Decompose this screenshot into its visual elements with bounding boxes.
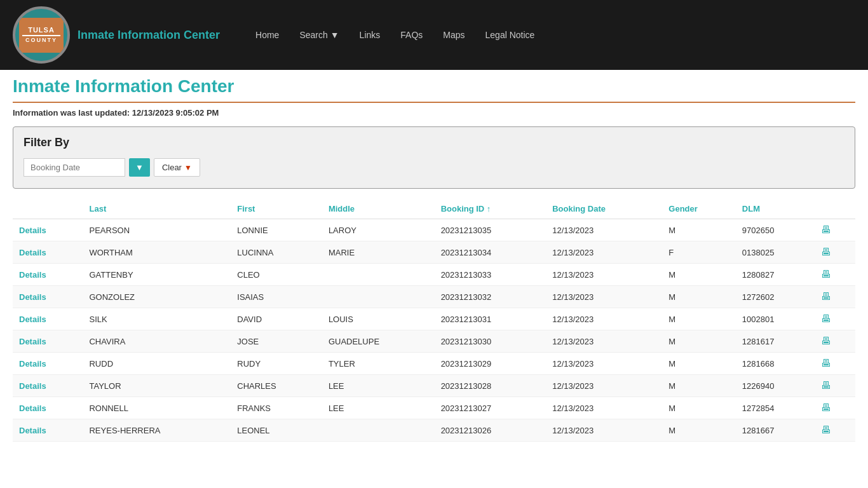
row-first: FRANKS xyxy=(231,397,322,419)
row-dlm: 1002801 xyxy=(736,308,815,330)
row-print[interactable]: 🖶 xyxy=(815,286,855,308)
row-action[interactable]: Details xyxy=(13,286,83,308)
col-header-middle[interactable]: Middle xyxy=(322,199,435,219)
row-print[interactable]: 🖶 xyxy=(815,264,855,286)
details-link[interactable]: Details xyxy=(19,292,46,302)
row-first: JOSE xyxy=(231,330,322,353)
details-link[interactable]: Details xyxy=(19,403,46,413)
details-link[interactable]: Details xyxy=(19,226,46,235)
row-action[interactable]: Details xyxy=(13,308,83,330)
col-header-action xyxy=(13,199,83,219)
row-middle: LAROY xyxy=(322,219,435,241)
row-dlm: 1272602 xyxy=(736,286,815,308)
col-header-print xyxy=(815,199,855,219)
print-icon[interactable]: 🖶 xyxy=(821,402,831,413)
col-header-gender[interactable]: Gender xyxy=(662,199,736,219)
row-action[interactable]: Details xyxy=(13,219,83,241)
details-link[interactable]: Details xyxy=(19,426,46,435)
row-gender: M xyxy=(662,330,736,353)
row-booking-id: 20231213028 xyxy=(435,375,546,397)
table-row: Details SILK DAVID LOUIS 20231213031 12/… xyxy=(13,308,855,330)
filter-controls: ▼ Clear ▼ xyxy=(24,158,844,177)
row-booking-id: 20231213031 xyxy=(435,308,546,330)
row-first: LEONEL xyxy=(231,419,322,442)
col-header-dlm[interactable]: DLM xyxy=(736,199,815,219)
row-booking-id: 20231213030 xyxy=(435,330,546,353)
details-link[interactable]: Details xyxy=(19,315,46,324)
row-print[interactable]: 🖶 xyxy=(815,419,855,442)
row-booking-date: 12/13/2023 xyxy=(546,330,662,353)
row-middle xyxy=(322,419,435,442)
nav-links[interactable]: Links xyxy=(349,25,391,45)
row-print[interactable]: 🖶 xyxy=(815,330,855,353)
row-last: SILK xyxy=(83,308,231,330)
row-gender: M xyxy=(662,264,736,286)
table-row: Details TAYLOR CHARLES LEE 20231213028 1… xyxy=(13,375,855,397)
row-print[interactable]: 🖶 xyxy=(815,308,855,330)
row-action[interactable]: Details xyxy=(13,241,83,264)
row-print[interactable]: 🖶 xyxy=(815,241,855,264)
row-print[interactable]: 🖶 xyxy=(815,375,855,397)
row-gender: M xyxy=(662,419,736,442)
filter-button[interactable]: ▼ xyxy=(129,158,150,177)
table-row: Details WORTHAM LUCINNA MARIE 2023121303… xyxy=(13,241,855,264)
nav-search[interactable]: Search ▼ xyxy=(289,25,349,45)
booking-date-input[interactable] xyxy=(24,158,125,177)
row-last: WORTHAM xyxy=(83,241,231,264)
filter-icon: ▼ xyxy=(135,163,144,172)
col-header-booking-id[interactable]: Booking ID ↑ xyxy=(435,199,546,219)
print-icon[interactable]: 🖶 xyxy=(821,313,831,324)
table-row: Details REYES-HERRERA LEONEL 20231213026… xyxy=(13,419,855,442)
print-icon[interactable]: 🖶 xyxy=(821,358,831,369)
print-icon[interactable]: 🖶 xyxy=(821,336,831,346)
row-last: TAYLOR xyxy=(83,375,231,397)
row-booking-date: 12/13/2023 xyxy=(546,286,662,308)
row-action[interactable]: Details xyxy=(13,330,83,353)
row-booking-date: 12/13/2023 xyxy=(546,241,662,264)
row-last: RUDD xyxy=(83,353,231,375)
row-booking-date: 12/13/2023 xyxy=(546,419,662,442)
print-icon[interactable]: 🖶 xyxy=(821,291,831,302)
row-last: CHAVIRA xyxy=(83,330,231,353)
row-action[interactable]: Details xyxy=(13,397,83,419)
row-booking-date: 12/13/2023 xyxy=(546,219,662,241)
inmate-table: Last First Middle Booking ID ↑ Booking D… xyxy=(13,199,855,442)
row-action[interactable]: Details xyxy=(13,419,83,442)
row-first: DAVID xyxy=(231,308,322,330)
row-dlm: 1281617 xyxy=(736,330,815,353)
print-icon[interactable]: 🖶 xyxy=(821,247,831,257)
print-icon[interactable]: 🖶 xyxy=(821,269,831,280)
row-booking-id: 20231213027 xyxy=(435,397,546,419)
details-link[interactable]: Details xyxy=(19,359,46,369)
row-middle: LEE xyxy=(322,397,435,419)
table-row: Details GONZOLEZ ISAIAS 20231213032 12/1… xyxy=(13,286,855,308)
row-action[interactable]: Details xyxy=(13,375,83,397)
row-dlm: 1281667 xyxy=(736,419,815,442)
col-header-first[interactable]: First xyxy=(231,199,322,219)
nav-home[interactable]: Home xyxy=(245,25,289,45)
row-print[interactable]: 🖶 xyxy=(815,397,855,419)
row-first: ISAIAS xyxy=(231,286,322,308)
col-header-booking-date[interactable]: Booking Date xyxy=(546,199,662,219)
print-icon[interactable]: 🖶 xyxy=(821,380,831,391)
details-link[interactable]: Details xyxy=(19,337,46,346)
row-gender: M xyxy=(662,397,736,419)
row-first: LONNIE xyxy=(231,219,322,241)
nav-maps[interactable]: Maps xyxy=(433,25,475,45)
nav-faqs[interactable]: FAQs xyxy=(390,25,433,45)
print-icon[interactable]: 🖶 xyxy=(821,424,831,435)
row-print[interactable]: 🖶 xyxy=(815,353,855,375)
col-header-last[interactable]: Last xyxy=(83,199,231,219)
row-action[interactable]: Details xyxy=(13,353,83,375)
nav-legal-notice[interactable]: Legal Notice xyxy=(475,25,545,45)
row-action[interactable]: Details xyxy=(13,264,83,286)
details-link[interactable]: Details xyxy=(19,270,46,280)
row-first: RUDY xyxy=(231,353,322,375)
row-print[interactable]: 🖶 xyxy=(815,219,855,241)
logo-badge: TULSA COUNTY xyxy=(19,18,64,53)
clear-button[interactable]: Clear ▼ xyxy=(154,158,200,177)
details-link[interactable]: Details xyxy=(19,248,46,257)
logo-icon: TULSA COUNTY xyxy=(13,6,70,64)
print-icon[interactable]: 🖶 xyxy=(821,224,831,235)
details-link[interactable]: Details xyxy=(19,381,46,391)
